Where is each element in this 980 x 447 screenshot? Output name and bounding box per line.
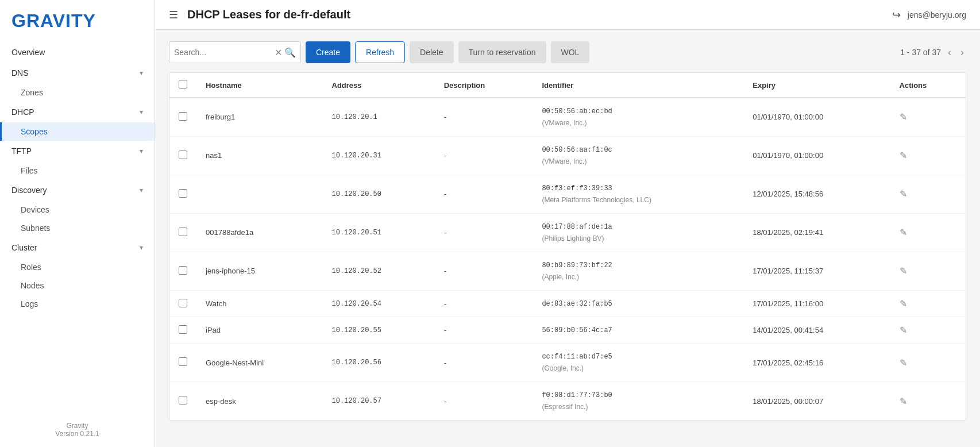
- row-expiry: 17/01/2025, 11:15:37: [743, 252, 890, 290]
- row-identifier: 00:17:88:af:de:1a (Philips Lighting BV): [533, 213, 743, 252]
- chevron-down-icon: ▾: [140, 186, 143, 194]
- sidebar-item-devices[interactable]: Devices: [0, 201, 155, 219]
- row-address: 10.120.20.52: [323, 252, 435, 290]
- pagination-next-button[interactable]: ›: [958, 45, 966, 60]
- wol-button[interactable]: WOL: [551, 41, 590, 63]
- row-identifier: 80:b9:89:73:bf:22 (Apple, Inc.): [533, 252, 743, 290]
- row-actions: ✎: [890, 252, 966, 290]
- row-expiry: 17/01/2025, 11:16:00: [743, 290, 890, 317]
- sidebar-item-scopes[interactable]: Scopes: [0, 122, 155, 141]
- edit-icon[interactable]: ✎: [900, 189, 907, 199]
- sidebar-item-label: Overview: [11, 48, 45, 57]
- header: ☰ DHCP Leases for de-fr-default ↪ jens@b…: [155, 0, 980, 30]
- menu-icon[interactable]: ☰: [169, 9, 178, 21]
- table-row: Watch 10.120.20.54 - de:83:ae:32:fa:b5 1…: [169, 290, 966, 317]
- turn-to-reservation-button[interactable]: Turn to reservation: [458, 41, 546, 63]
- row-checkbox[interactable]: [179, 228, 187, 236]
- edit-icon[interactable]: ✎: [900, 299, 907, 309]
- search-input[interactable]: [174, 48, 275, 57]
- row-description: -: [435, 213, 533, 252]
- table-row: 001788afde1a 10.120.20.51 - 00:17:88:af:…: [169, 213, 966, 252]
- page-title: DHCP Leases for de-fr-default: [187, 8, 350, 21]
- col-address: Address: [323, 73, 435, 98]
- edit-icon[interactable]: ✎: [900, 112, 907, 122]
- delete-button[interactable]: Delete: [410, 41, 453, 63]
- row-actions: ✎: [890, 344, 966, 382]
- row-address: 10.120.20.55: [323, 317, 435, 344]
- row-hostname: iPad: [196, 317, 323, 344]
- row-description: -: [435, 175, 533, 213]
- row-checkbox[interactable]: [179, 151, 187, 159]
- pagination-text: 1 - 37 of 37: [900, 48, 941, 57]
- row-hostname: esp-desk: [196, 382, 323, 421]
- row-checkbox-cell: [169, 98, 196, 136]
- edit-icon[interactable]: ✎: [900, 151, 907, 160]
- row-address: 10.120.20.50: [323, 175, 435, 213]
- row-checkbox[interactable]: [179, 266, 187, 275]
- col-expiry: Expiry: [743, 73, 890, 98]
- sidebar: GRAVITY Overview DNS ▾ Zones DHCP ▾ Scop…: [0, 0, 155, 447]
- row-checkbox[interactable]: [179, 325, 187, 334]
- row-hostname: Watch: [196, 290, 323, 317]
- sidebar-item-overview[interactable]: Overview: [0, 42, 155, 63]
- row-checkbox[interactable]: [179, 299, 187, 307]
- chevron-down-icon: ▾: [140, 69, 143, 77]
- sidebar-item-files[interactable]: Files: [0, 161, 155, 180]
- row-checkbox[interactable]: [179, 189, 187, 198]
- sidebar-item-tftp[interactable]: TFTP ▾: [0, 141, 155, 161]
- refresh-button[interactable]: Refresh: [355, 41, 405, 63]
- row-expiry: 18/01/2025, 02:19:41: [743, 213, 890, 252]
- sidebar-item-label: DHCP: [11, 107, 34, 117]
- row-checkbox-cell: [169, 344, 196, 382]
- sidebar-item-discovery[interactable]: Discovery ▾: [0, 180, 155, 201]
- row-expiry: 18/01/2025, 00:00:07: [743, 382, 890, 421]
- row-hostname: Google-Nest-Mini: [196, 344, 323, 382]
- edit-icon[interactable]: ✎: [900, 266, 907, 276]
- logout-icon[interactable]: ↪: [892, 9, 901, 21]
- edit-icon[interactable]: ✎: [900, 228, 907, 237]
- row-description: -: [435, 136, 533, 175]
- sidebar-item-dns[interactable]: DNS ▾: [0, 63, 155, 83]
- row-checkbox[interactable]: [179, 357, 187, 366]
- table-row: iPad 10.120.20.55 - 56:09:b0:56:4c:a7 14…: [169, 317, 966, 344]
- sidebar-item-nodes[interactable]: Nodes: [0, 276, 155, 295]
- sidebar-item-label: TFTP: [11, 147, 32, 156]
- sidebar-item-logs[interactable]: Logs: [0, 295, 155, 313]
- row-checkbox-cell: [169, 290, 196, 317]
- pagination-info: 1 - 37 of 37 ‹ ›: [900, 45, 966, 60]
- table-row: nas1 10.120.20.31 - 00:50:56:aa:f1:0c (V…: [169, 136, 966, 175]
- sidebar-item-subnets[interactable]: Subnets: [0, 219, 155, 237]
- select-all-checkbox[interactable]: [179, 80, 187, 88]
- table-row: esp-desk 10.120.20.57 - f0:08:d1:77:73:b…: [169, 382, 966, 421]
- row-expiry: 01/01/1970, 01:00:00: [743, 98, 890, 136]
- sidebar-item-roles[interactable]: Roles: [0, 258, 155, 276]
- sidebar-footer: Gravity Version 0.21.1: [0, 413, 155, 447]
- row-actions: ✎: [890, 382, 966, 421]
- row-checkbox-cell: [169, 317, 196, 344]
- row-address: 10.120.20.51: [323, 213, 435, 252]
- sidebar-item-label: Cluster: [11, 243, 37, 252]
- row-actions: ✎: [890, 290, 966, 317]
- pagination-prev-button[interactable]: ‹: [946, 45, 954, 60]
- row-description: -: [435, 290, 533, 317]
- row-checkbox[interactable]: [179, 396, 187, 404]
- sidebar-item-dhcp[interactable]: DHCP ▾: [0, 102, 155, 122]
- row-expiry: 14/01/2025, 00:41:54: [743, 317, 890, 344]
- row-checkbox-cell: [169, 213, 196, 252]
- row-hostname: jens-iphone-15: [196, 252, 323, 290]
- row-description: -: [435, 252, 533, 290]
- edit-icon[interactable]: ✎: [900, 325, 907, 335]
- row-checkbox-cell: [169, 136, 196, 175]
- edit-icon[interactable]: ✎: [900, 396, 907, 406]
- logo: GRAVITY: [0, 0, 155, 42]
- chevron-down-icon: ▾: [140, 244, 143, 252]
- row-checkbox[interactable]: [179, 112, 187, 121]
- search-icon[interactable]: 🔍: [284, 47, 296, 58]
- sidebar-item-zones[interactable]: Zones: [0, 83, 155, 102]
- content-area: ✕ 🔍 Create Refresh Delete Turn to reserv…: [155, 30, 980, 447]
- edit-icon[interactable]: ✎: [900, 358, 907, 368]
- sidebar-item-cluster[interactable]: Cluster ▾: [0, 237, 155, 258]
- create-button[interactable]: Create: [306, 41, 350, 63]
- clear-search-icon[interactable]: ✕: [275, 47, 282, 58]
- chevron-down-icon: ▾: [140, 147, 143, 155]
